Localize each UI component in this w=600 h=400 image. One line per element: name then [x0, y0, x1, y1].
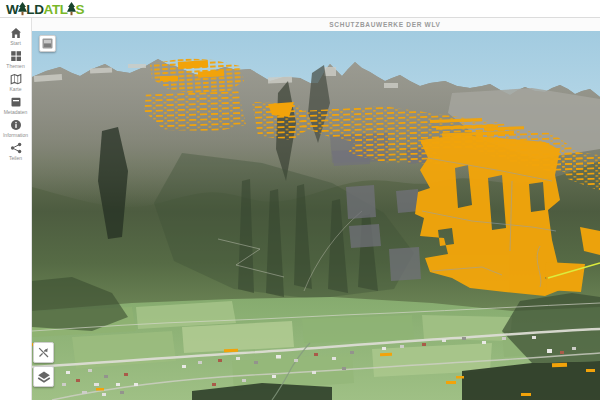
- sidebar-item-teilen[interactable]: Teilen: [0, 142, 31, 165]
- info-icon: [10, 119, 22, 131]
- north-arrow-disabled-icon: [37, 346, 50, 359]
- logo-text: LD: [26, 3, 43, 16]
- sidebar-item-label: Information: [3, 132, 28, 138]
- logo-text: W: [6, 3, 18, 16]
- sidebar-item-label: Start: [10, 40, 21, 46]
- map-3d-canvas[interactable]: [32, 31, 600, 400]
- compass-reset-button[interactable]: [33, 342, 54, 363]
- archive-icon: [10, 96, 22, 108]
- sidebar-item-label: Metadaten: [4, 109, 28, 115]
- basemap-layers-button[interactable]: [33, 366, 54, 387]
- minimap-icon: [42, 38, 53, 49]
- sidebar-item-karte[interactable]: Karte: [0, 73, 31, 96]
- layers-icon: [37, 370, 51, 383]
- sidebar-nav: Start Themen Karte Metadaten Informa: [0, 18, 32, 400]
- minimap-toggle-button[interactable]: [39, 35, 56, 52]
- page-title: SCHUTZBAUWERKE DER WLV: [329, 21, 440, 28]
- sidebar-item-label: Teilen: [9, 155, 22, 161]
- share-icon: [10, 142, 22, 154]
- sidebar-item-metadaten[interactable]: Metadaten: [0, 96, 31, 119]
- sidebar-item-label: Karte: [10, 86, 22, 92]
- sidebar-item-label: Themen: [6, 63, 24, 69]
- map-titlebar: SCHUTZBAUWERKE DER WLV: [32, 18, 600, 31]
- sidebar-item-start[interactable]: Start: [0, 27, 31, 50]
- app-logo[interactable]: W LD ATL S: [6, 2, 84, 16]
- sidebar-item-information[interactable]: Information: [0, 119, 31, 142]
- map-area: [32, 31, 600, 400]
- map-icon: [10, 73, 22, 85]
- home-icon: [10, 27, 22, 39]
- app-header: W LD ATL S: [0, 0, 600, 18]
- grid-icon: [10, 50, 22, 62]
- logo-text: ATL: [44, 3, 68, 16]
- sidebar-item-themen[interactable]: Themen: [0, 50, 31, 73]
- logo-text: S: [76, 3, 85, 16]
